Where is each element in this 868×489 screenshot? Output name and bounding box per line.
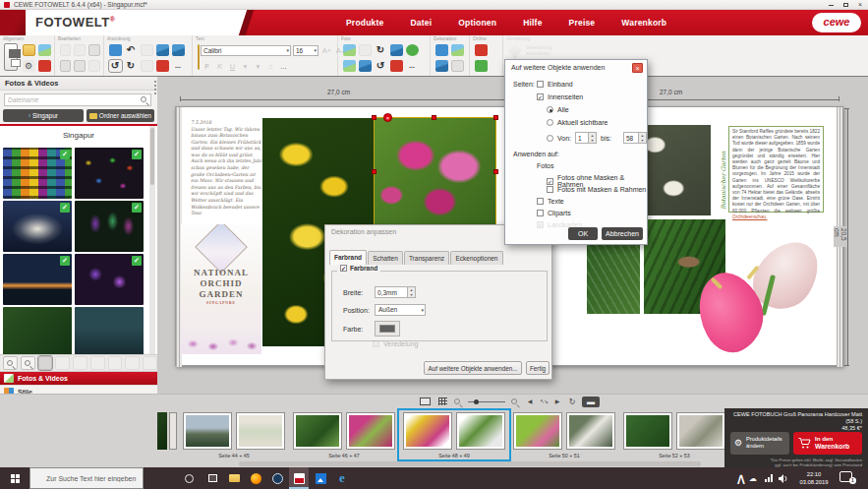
photo-edit-icon[interactable] xyxy=(343,60,356,72)
rotate-handle[interactable]: × xyxy=(383,113,392,122)
cliparts-checkbox[interactable] xyxy=(537,210,544,216)
delete-trash-icon[interactable] xyxy=(88,44,100,56)
taskbar-search-input[interactable] xyxy=(29,467,144,489)
save-icon[interactable] xyxy=(4,43,18,71)
apply-to-others-button[interactable]: Auf weitere Objekte anwenden... xyxy=(424,361,522,375)
farbe-swatch-button[interactable] xyxy=(375,321,400,336)
rotate-page-icon[interactable]: ↻ xyxy=(566,397,578,407)
file-explorer-icon[interactable] xyxy=(224,467,244,489)
tab-farbrand[interactable]: Farbrand xyxy=(329,250,367,265)
taskbar-clock[interactable]: 22:10 03.08.2019 xyxy=(792,467,836,489)
breite-spinner[interactable]: ▴▾ xyxy=(408,286,416,298)
search-input[interactable] xyxy=(4,93,151,106)
fotos-ohne-checkbox[interactable]: ✓ xyxy=(547,178,553,185)
zoom-slider[interactable] xyxy=(466,397,507,407)
spread-thumb-52-53[interactable] xyxy=(623,412,725,450)
background-icon[interactable] xyxy=(435,44,448,56)
align-icon[interactable] xyxy=(109,44,122,56)
zoom-out-icon[interactable] xyxy=(452,397,464,407)
copy-icon[interactable] xyxy=(74,60,86,72)
chart-icon[interactable] xyxy=(475,60,488,72)
panel-splitter[interactable] xyxy=(154,81,156,94)
bis-input[interactable] xyxy=(623,132,639,144)
photo-layers-icon[interactable] xyxy=(359,60,372,72)
position-select[interactable]: Außen▾ xyxy=(375,304,426,316)
innenseiten-checkbox[interactable]: ✓ xyxy=(537,93,544,100)
volume-icon[interactable] xyxy=(779,467,788,489)
prev-page-icon[interactable]: ◀ xyxy=(525,397,535,407)
photo-orchid-garden-logo[interactable]: NATIONAL ORCHID GARDEN SINGAPORE xyxy=(181,224,261,354)
font-size-select[interactable]: 16▾ xyxy=(293,45,318,56)
photo-thumbnail[interactable]: ✓ xyxy=(3,254,72,305)
menu-preise[interactable]: Preise xyxy=(569,18,596,28)
spread-thumb-46-47[interactable] xyxy=(293,412,395,450)
resize-handle[interactable] xyxy=(432,115,436,120)
next-page-icon[interactable]: ▶ xyxy=(552,397,562,407)
partial-spread-thumb[interactable] xyxy=(157,412,167,450)
resize-handle[interactable] xyxy=(493,169,498,174)
menu-optionen[interactable]: Optionen xyxy=(458,18,496,28)
photo-smiley-icon[interactable] xyxy=(406,44,419,56)
photo-add-icon[interactable] xyxy=(343,44,356,56)
partial-spread-thumb[interactable] xyxy=(169,412,177,450)
alle-radio[interactable] xyxy=(547,106,553,113)
tools-icon[interactable] xyxy=(38,60,51,72)
von-input[interactable] xyxy=(575,132,589,144)
resize-handle[interactable] xyxy=(372,115,376,120)
aktuell-radio[interactable] xyxy=(547,119,553,126)
filmstrip-scrollbar[interactable] xyxy=(239,461,701,466)
zoom-out-thumbs-icon[interactable] xyxy=(3,356,18,370)
grid-view-icon[interactable] xyxy=(38,356,53,370)
photo-thumbnail[interactable]: ✓ xyxy=(3,201,72,252)
more-anordnung-icon[interactable]: ... xyxy=(172,60,185,72)
grid-view-icon[interactable] xyxy=(435,397,449,407)
ok-button[interactable]: OK xyxy=(568,227,598,240)
spread-thumb-50-51[interactable] xyxy=(513,412,615,450)
photo-thumbnail[interactable]: ✓ xyxy=(3,148,72,199)
journal-text-block[interactable]: 7.5.2018 Unser letzter Tag. Wir fahren h… xyxy=(191,120,263,217)
tab-transparenz[interactable]: Transparenz xyxy=(404,251,449,265)
resize-handle[interactable] xyxy=(493,115,498,120)
network-icon[interactable] xyxy=(765,474,773,482)
close-dialog-button[interactable]: × xyxy=(632,63,643,73)
cut-icon[interactable] xyxy=(60,60,72,72)
more-foto-icon[interactable]: ... xyxy=(406,60,419,72)
more-text-icon[interactable]: ... xyxy=(278,61,289,72)
add-to-cart-button[interactable]: In den Warenkorb xyxy=(793,432,862,455)
resize-handle[interactable] xyxy=(372,169,376,174)
media-app-icon[interactable] xyxy=(267,467,287,489)
task-view-icon[interactable] xyxy=(203,467,222,489)
cortana-icon[interactable] xyxy=(179,467,199,489)
tab-schatten[interactable]: Schatten xyxy=(368,251,403,265)
product-details-button[interactable]: ⚙ Produktdetails ändern xyxy=(730,432,789,455)
tray-chevron-icon[interactable]: ∧ xyxy=(735,467,747,489)
photo-remove-icon[interactable] xyxy=(390,60,403,72)
zoom-in-thumbs-icon[interactable] xyxy=(21,356,35,370)
edge-icon[interactable]: e xyxy=(332,467,352,489)
photo-thumbnail[interactable]: ✓ xyxy=(75,201,144,252)
cancel-button[interactable]: Abbrechen xyxy=(602,227,643,240)
maximize-button[interactable] xyxy=(839,0,852,10)
spread-thumb-44-45[interactable] xyxy=(183,412,285,450)
add-text-icon[interactable] xyxy=(198,44,200,70)
fotos-mit-checkbox[interactable] xyxy=(547,186,553,193)
bis-spinner[interactable]: ▴▾ xyxy=(639,132,647,144)
back-folder-button[interactable]: ‹ Singapur xyxy=(3,109,84,122)
photo-thumbnail[interactable]: ✓ xyxy=(75,254,144,305)
photo-rotate-icon[interactable]: ↻ xyxy=(375,44,387,56)
menu-produkte[interactable]: Produkte xyxy=(346,18,383,28)
cewe-app-icon[interactable] xyxy=(289,467,309,489)
vertical-caption[interactable]: Botanischer Garten xyxy=(720,152,726,211)
map-pin-icon[interactable] xyxy=(475,44,488,56)
rotate-object-icon[interactable]: ↺ xyxy=(109,60,122,72)
layer-delete-icon[interactable] xyxy=(156,60,169,72)
font-family-select[interactable]: Calibri▾ xyxy=(201,45,291,56)
import-photos-icon[interactable] xyxy=(38,44,51,56)
bring-forward-icon[interactable] xyxy=(156,44,169,56)
done-button[interactable]: Fertig xyxy=(526,361,550,375)
single-view-icon[interactable] xyxy=(417,397,433,407)
sidebar-scrollbar[interactable] xyxy=(149,126,155,354)
info-text-block[interactable]: Sir Stamford Raffles gründete bereits 18… xyxy=(728,126,824,213)
start-button[interactable] xyxy=(0,467,29,489)
fit-view-icon[interactable]: ↖↘ xyxy=(537,397,550,407)
